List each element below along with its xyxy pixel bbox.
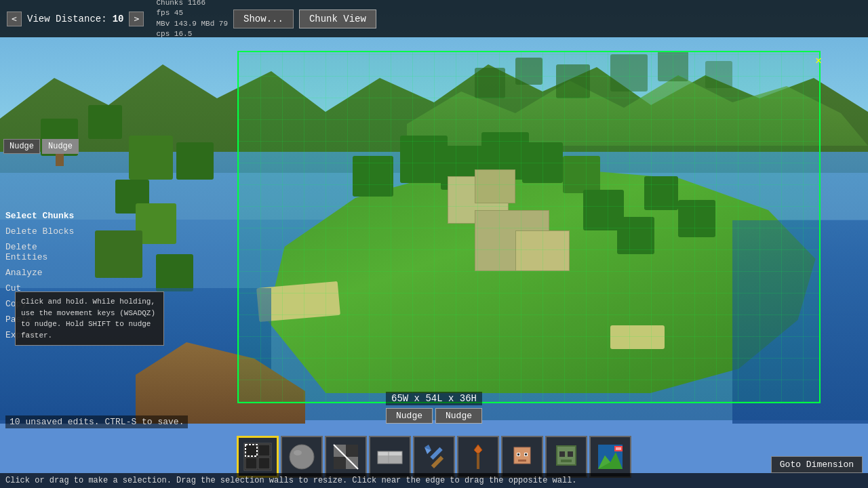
- selection-tool-icon: [243, 442, 273, 472]
- svg-rect-35: [561, 460, 572, 462]
- fps-stat: fps 45: [156, 8, 228, 18]
- nudge-buttons-center: Nudge Nudge: [386, 408, 482, 424]
- status-bar: Click or drag to make a selection. Drag …: [0, 473, 868, 488]
- analyze-btn[interactable]: Analyze: [0, 265, 81, 281]
- brush-icon: [331, 442, 361, 472]
- island-tree-9: [644, 176, 678, 210]
- hotbar-slot-1[interactable]: [281, 436, 323, 478]
- tree-7: [95, 230, 142, 278]
- sand-2: [610, 325, 665, 349]
- far-tree-1: [475, 68, 505, 98]
- dimensions-text: 65W x 54L x 36H: [386, 392, 482, 405]
- show-button[interactable]: Show...: [233, 9, 294, 28]
- view-distance-increase[interactable]: >: [129, 12, 144, 26]
- building-roof: [475, 169, 515, 203]
- pickaxe-icon: [419, 442, 449, 472]
- select-chunks-btn[interactable]: Select Chunks: [0, 208, 81, 224]
- view-distance-decrease[interactable]: <: [7, 12, 22, 26]
- center-hud: 65W x 54L x 36H Nudge Nudge: [386, 392, 482, 424]
- nudge-center-btn-2[interactable]: Nudge: [435, 408, 482, 424]
- delete-entities-btn[interactable]: Delete Entities: [0, 239, 81, 265]
- hotbar-slot-6[interactable]: [501, 436, 543, 478]
- far-tree-4: [610, 54, 648, 92]
- nudge-btn-1[interactable]: Nudge: [3, 139, 40, 154]
- hotbar-slot-3[interactable]: [369, 436, 411, 478]
- svg-rect-29: [525, 453, 527, 455]
- hotbar-slot-5[interactable]: [457, 436, 499, 478]
- hotbar-slot-4[interactable]: [413, 436, 455, 478]
- left-panel: Nudge Nudge Click and hold. While holdin…: [0, 139, 81, 343]
- svg-rect-23: [477, 453, 479, 469]
- tree-3: [129, 136, 173, 180]
- cps-stat: cps 16.5: [156, 29, 228, 39]
- far-tree-2: [515, 58, 542, 85]
- nudge-center-btn-1[interactable]: Nudge: [386, 408, 433, 424]
- building-3: [515, 230, 570, 271]
- status-text: Click or drag to make a selection. Drag …: [5, 476, 577, 485]
- nudge-btn-2[interactable]: Nudge: [42, 139, 79, 154]
- hotbar-slot-2[interactable]: [325, 436, 367, 478]
- tree-8: [156, 254, 193, 291]
- stats-block: Chunks 1166 fps 45 MBv 143.9 MBd 79 cps …: [156, 0, 228, 39]
- island-tree-10: [678, 200, 715, 237]
- svg-rect-34: [568, 451, 573, 457]
- svg-rect-11: [334, 457, 346, 469]
- terrain-tool-icon: [595, 442, 625, 472]
- far-tree-6: [705, 61, 732, 88]
- view-distance-label: View Distance:: [27, 14, 107, 24]
- foreground-water-right: [732, 220, 868, 424]
- save-notice: 10 unsaved edits. CTRL-S to save.: [5, 415, 188, 428]
- svg-rect-10: [346, 445, 358, 457]
- tree-2: [88, 105, 122, 139]
- hotbar-slot-8[interactable]: [589, 436, 631, 478]
- svg-point-7: [294, 450, 302, 455]
- island-tree-6: [563, 156, 600, 193]
- island-tree-1: [353, 156, 393, 197]
- svg-rect-33: [559, 451, 565, 457]
- nudge-row: Nudge Nudge: [0, 139, 81, 154]
- hotbar-slot-0[interactable]: [237, 436, 279, 478]
- hotbar-slot-7[interactable]: [545, 436, 587, 478]
- far-tree-3: [556, 64, 590, 98]
- far-tree-5: [658, 51, 688, 81]
- delete-blocks-btn[interactable]: Delete Blocks: [0, 224, 81, 239]
- stone-slab-icon: [375, 442, 405, 472]
- svg-marker-22: [474, 445, 482, 454]
- corner-marker: ✕: [815, 54, 822, 67]
- view-distance-value: 10: [113, 14, 124, 24]
- shovel-icon: [463, 442, 493, 472]
- svg-rect-15: [378, 451, 402, 455]
- chunk-view-button[interactable]: Chunk View: [299, 9, 376, 28]
- stone-icon: [287, 442, 317, 472]
- svg-rect-41: [616, 447, 621, 450]
- hotbar: [237, 436, 631, 478]
- top-toolbar: < View Distance: 10 > Chunks 1166 fps 45…: [0, 0, 868, 37]
- chunks-stat: Chunks 1166: [156, 0, 228, 8]
- svg-rect-28: [517, 453, 519, 455]
- island-tree-8: [617, 217, 654, 254]
- player-head-icon: [507, 442, 537, 472]
- mb-stat: MBv 143.9 MBd 79: [156, 19, 228, 29]
- svg-rect-30: [518, 460, 526, 462]
- nudge-tooltip: Click and hold. While holding, use the m…: [15, 291, 164, 346]
- goto-dimension-button[interactable]: Goto Dimension: [771, 456, 863, 473]
- island-tree-5: [522, 142, 563, 183]
- mob-head-icon: [551, 442, 581, 472]
- tree-4: [176, 142, 214, 180]
